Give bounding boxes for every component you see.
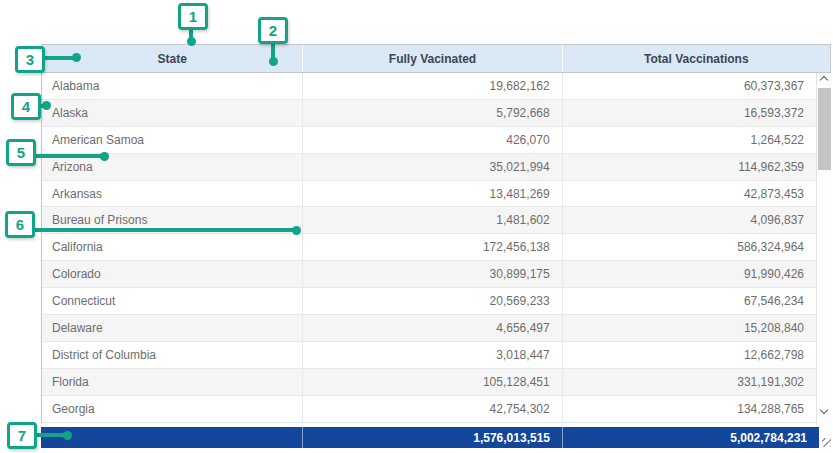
callout-7: 7 bbox=[7, 422, 37, 449]
state-cell: Florida bbox=[42, 369, 302, 395]
callout-2-dot bbox=[269, 57, 278, 66]
callout-6-dot bbox=[292, 226, 301, 235]
chevron-up-icon bbox=[820, 76, 828, 84]
state-cell: Arkansas bbox=[42, 181, 302, 207]
callout-3: 3 bbox=[15, 46, 45, 73]
callout-4-dot bbox=[42, 101, 51, 110]
table-row[interactable]: Florida105,128,451331,191,302 bbox=[42, 369, 830, 396]
callout-4: 4 bbox=[11, 93, 41, 120]
vertical-scrollbar[interactable] bbox=[816, 73, 831, 425]
fully-vaccinated-cell: 20,569,233 bbox=[302, 288, 561, 314]
callout-7-dot bbox=[63, 431, 72, 440]
callout-1-dot bbox=[187, 37, 196, 46]
fully-vaccinated-cell: 30,899,175 bbox=[302, 261, 561, 287]
table-total-row: 1,576,013,515 5,002,784,231 bbox=[41, 427, 819, 448]
total-vaccinations-cell: 331,191,302 bbox=[562, 369, 830, 395]
callout-6-line bbox=[34, 228, 295, 232]
callout-5-line bbox=[35, 154, 103, 158]
callout-3-dot bbox=[72, 53, 81, 62]
total-vaccinations-cell: 15,208,840 bbox=[562, 315, 830, 341]
chevron-down-icon bbox=[820, 406, 828, 414]
table-row[interactable]: American Samoa426,0701,264,522 bbox=[42, 127, 830, 154]
state-cell: District of Columbia bbox=[42, 342, 302, 368]
table-row[interactable]: Arizona35,021,994114,962,359 bbox=[42, 154, 830, 181]
callout-5: 5 bbox=[6, 139, 36, 166]
table-row[interactable]: Colorado30,899,17591,990,426 bbox=[42, 261, 830, 288]
state-cell: Alabama bbox=[42, 73, 302, 99]
scroll-up-button[interactable] bbox=[817, 73, 831, 86]
total-vaccinations-cell: 114,962,359 bbox=[562, 154, 830, 180]
fully-vaccinated-cell: 42,754,302 bbox=[302, 396, 561, 422]
state-cell: Delaware bbox=[42, 315, 302, 341]
callout-5-dot bbox=[100, 152, 109, 161]
state-cell: Alaska bbox=[42, 100, 302, 126]
total-vaccinations-cell: 586,324,964 bbox=[562, 234, 830, 260]
scroll-down-button[interactable] bbox=[817, 405, 831, 418]
callout-2: 2 bbox=[258, 17, 288, 44]
total-vaccinations-cell: 60,373,367 bbox=[562, 73, 830, 99]
total-vaccinations-cell: 12,662,798 bbox=[562, 342, 830, 368]
table-row[interactable]: Delaware4,656,49715,208,840 bbox=[42, 315, 830, 342]
total-vaccinations-cell: 4,096,837 bbox=[562, 207, 830, 233]
fully-vaccinated-cell: 3,018,447 bbox=[302, 342, 561, 368]
callout-3-line bbox=[44, 56, 75, 60]
total-vaccinations-cell: 91,990,426 bbox=[562, 261, 830, 287]
state-cell: Georgia bbox=[42, 396, 302, 422]
state-cell: California bbox=[42, 234, 302, 260]
fully-vaccinated-cell: 1,481,602 bbox=[302, 207, 561, 233]
table-header-row: State Fully Vacinated Total Vaccinations bbox=[41, 44, 831, 73]
total-vaccinations-cell: 1,264,522 bbox=[562, 127, 830, 153]
state-cell: Colorado bbox=[42, 261, 302, 287]
table-row[interactable]: Connecticut20,569,23367,546,234 bbox=[42, 288, 830, 315]
table-row[interactable]: Alaska5,792,66816,593,372 bbox=[42, 100, 830, 127]
resize-grip[interactable] bbox=[822, 438, 831, 447]
fully-vaccinated-cell: 19,682,162 bbox=[302, 73, 561, 99]
total-row-state-cell bbox=[41, 427, 302, 448]
fully-vaccinated-cell: 5,792,668 bbox=[302, 100, 561, 126]
fully-vaccinated-cell: 172,456,138 bbox=[302, 234, 561, 260]
scrollbar-thumb[interactable] bbox=[818, 88, 831, 170]
fully-vaccinated-cell: 4,656,497 bbox=[302, 315, 561, 341]
column-header-fully-vaccinated[interactable]: Fully Vacinated bbox=[302, 45, 561, 72]
state-cell: Connecticut bbox=[42, 288, 302, 314]
table-row[interactable]: Arkansas13,481,26942,873,453 bbox=[42, 181, 830, 208]
column-header-total-vaccinations[interactable]: Total Vaccinations bbox=[562, 45, 830, 72]
fully-vaccinated-cell: 35,021,994 bbox=[302, 154, 561, 180]
fully-vaccinated-cell: 13,481,269 bbox=[302, 181, 561, 207]
table-row[interactable]: California172,456,138586,324,964 bbox=[42, 234, 830, 261]
column-header-state[interactable]: State bbox=[42, 45, 302, 72]
total-vaccinations-cell: 67,546,234 bbox=[562, 288, 830, 314]
state-cell: American Samoa bbox=[42, 127, 302, 153]
table-row[interactable]: District of Columbia3,018,44712,662,798 bbox=[42, 342, 830, 369]
fully-vaccinated-cell: 105,128,451 bbox=[302, 369, 561, 395]
table-body: Alabama19,682,16260,373,367Alaska5,792,6… bbox=[41, 73, 831, 423]
callout-7-line bbox=[36, 433, 65, 437]
total-vaccinations-cell: 134,288,765 bbox=[562, 396, 830, 422]
callout-1: 1 bbox=[178, 3, 208, 30]
total-vaccinations-cell: 16,593,372 bbox=[562, 100, 830, 126]
table-row[interactable]: Alabama19,682,16260,373,367 bbox=[42, 73, 830, 100]
total-fully-vaccinated: 1,576,013,515 bbox=[302, 427, 562, 448]
table-row[interactable]: Georgia42,754,302134,288,765 bbox=[42, 396, 830, 423]
fully-vaccinated-cell: 426,070 bbox=[302, 127, 561, 153]
callout-6: 6 bbox=[5, 211, 35, 238]
total-total-vaccinations: 5,002,784,231 bbox=[562, 427, 819, 448]
total-vaccinations-cell: 42,873,453 bbox=[562, 181, 830, 207]
